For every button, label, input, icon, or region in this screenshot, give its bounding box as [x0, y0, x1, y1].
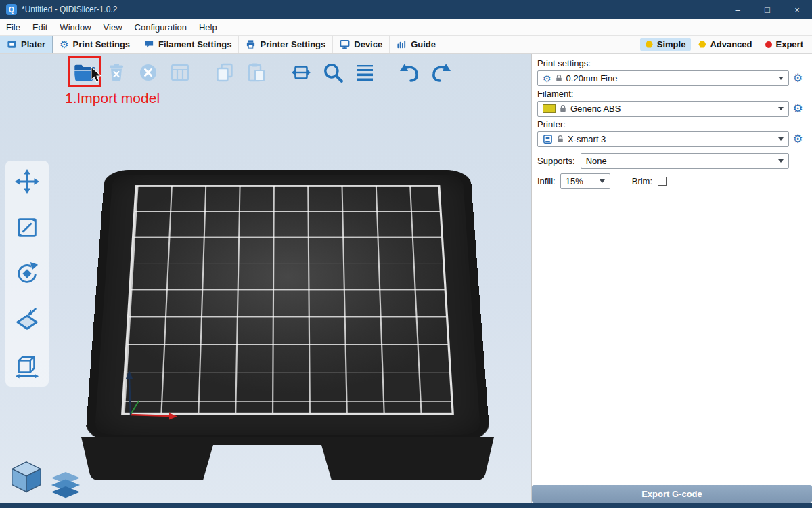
- supports-combo[interactable]: None: [581, 153, 789, 169]
- infill-label: Infill:: [537, 176, 556, 186]
- gear-icon: ⚙: [60, 39, 68, 49]
- app-logo-icon: Q: [6, 4, 17, 15]
- split-objects-button[interactable]: [287, 59, 315, 86]
- expert-mode-icon: [765, 41, 772, 48]
- menu-help[interactable]: Help: [193, 22, 223, 33]
- plater-viewport[interactable]: 1.Import model: [0, 54, 531, 503]
- move-icon: [14, 169, 40, 194]
- close-button[interactable]: ×: [782, 0, 812, 19]
- maximize-button[interactable]: □: [752, 0, 782, 19]
- brim-label: Brim:: [632, 176, 652, 186]
- split-objects-icon: [291, 62, 311, 83]
- menu-file[interactable]: File: [0, 22, 26, 33]
- tab-printer-settings[interactable]: Printer Settings: [239, 36, 333, 53]
- redo-icon: [430, 62, 453, 83]
- chevron-down-icon: [778, 137, 784, 141]
- printer-icon: [246, 39, 256, 49]
- redo-button[interactable]: [427, 59, 455, 86]
- print-settings-combo[interactable]: ⚙ 0.20mm Fine: [537, 70, 789, 86]
- variable-layer-height-button[interactable]: [351, 59, 379, 86]
- filament-color-swatch: [543, 104, 556, 113]
- cursor-icon: [89, 67, 104, 83]
- qidislicer-window: Q *Untitled - QIDISlicer-1.0.2 – □ × Fil…: [0, 0, 812, 508]
- menu-window[interactable]: Window: [53, 22, 97, 33]
- plater-icon: [7, 39, 17, 49]
- scale-button[interactable]: [14, 215, 41, 240]
- guide-icon: [397, 39, 407, 49]
- main-area: 1.Import model: [0, 54, 812, 503]
- export-gcode-button[interactable]: Export G-code: [532, 485, 812, 503]
- printer-combo[interactable]: X-smart 3: [537, 131, 789, 147]
- 3d-view-cube-icon: [8, 459, 45, 496]
- advanced-mode-icon: [698, 41, 706, 48]
- menu-configuration[interactable]: Configuration: [129, 22, 193, 33]
- mode-simple[interactable]: Simple: [640, 38, 692, 51]
- tab-print-settings[interactable]: ⚙ Print Settings: [53, 36, 137, 53]
- undo-icon: [398, 62, 421, 83]
- lock-icon: [560, 104, 566, 113]
- copy-icon: [215, 62, 235, 83]
- brim-checkbox[interactable]: [658, 177, 667, 186]
- printer-label: Printer:: [537, 119, 807, 129]
- undo-button[interactable]: [395, 59, 424, 86]
- infill-combo[interactable]: 15%: [560, 173, 610, 189]
- minimize-button[interactable]: –: [723, 0, 752, 19]
- copy-button[interactable]: [210, 59, 239, 86]
- delete-button[interactable]: [102, 59, 131, 86]
- menu-view[interactable]: View: [97, 22, 129, 33]
- print-settings-gear-button[interactable]: ⚙: [789, 71, 807, 85]
- lock-icon: [557, 135, 564, 144]
- menu-edit[interactable]: Edit: [26, 22, 53, 33]
- rotate-button[interactable]: [14, 261, 41, 287]
- filament-label: Filament:: [537, 89, 807, 99]
- tab-device[interactable]: Device: [333, 36, 390, 53]
- tab-guide[interactable]: Guide: [390, 36, 443, 53]
- print-settings-label: Print settings:: [537, 58, 807, 68]
- chevron-down-icon: [778, 107, 784, 110]
- chevron-down-icon: [778, 159, 784, 163]
- tab-filament-settings[interactable]: Filament Settings: [137, 36, 239, 53]
- filament-icon: [144, 39, 154, 49]
- 3d-editor-view-button[interactable]: [8, 459, 45, 499]
- rotate-icon: [14, 261, 40, 287]
- move-button[interactable]: [14, 169, 41, 194]
- printer-icon: [543, 134, 553, 144]
- search-button[interactable]: [319, 59, 347, 86]
- statusbar: [0, 503, 812, 508]
- delete-all-button[interactable]: [134, 59, 162, 86]
- paste-button[interactable]: [242, 59, 271, 86]
- tabbar: Plater ⚙ Print Settings Filament Setting…: [0, 36, 812, 54]
- paste-icon: [246, 62, 267, 83]
- mode-expert[interactable]: Expert: [760, 38, 809, 51]
- mode-advanced[interactable]: Advanced: [693, 38, 757, 51]
- layers-icon: [50, 471, 81, 500]
- arrange-grid-icon: [170, 62, 190, 83]
- window-controls: – □ ×: [723, 0, 812, 19]
- arrange-button[interactable]: [166, 59, 194, 86]
- viewport-toolbar: [70, 59, 459, 86]
- tab-plater[interactable]: Plater: [0, 36, 53, 53]
- menubar: File Edit Window View Configuration Help: [0, 19, 812, 36]
- printer-gear-button[interactable]: ⚙: [789, 132, 807, 146]
- layers-preview-button[interactable]: [50, 471, 81, 503]
- measure-button[interactable]: [14, 353, 41, 379]
- supports-label: Supports:: [537, 156, 575, 166]
- chevron-down-icon: [600, 179, 605, 183]
- titlebar: Q *Untitled - QIDISlicer-1.0.2 – □ ×: [0, 0, 812, 19]
- trash-icon: [106, 62, 127, 83]
- gizmo-toolbar: [5, 161, 49, 387]
- chevron-down-icon: [778, 77, 784, 80]
- bed-front-face: [80, 437, 495, 483]
- delete-all-icon: [138, 62, 158, 83]
- settings-sidebar: Print settings: ⚙ 0.20mm Fine ⚙ Filament…: [531, 54, 812, 503]
- filament-gear-button[interactable]: ⚙: [789, 102, 807, 116]
- device-monitor-icon: [340, 39, 350, 49]
- place-on-face-icon: [14, 307, 40, 333]
- simple-mode-icon: [646, 41, 653, 48]
- window-title: *Untitled - QIDISlicer-1.0.2: [22, 5, 117, 14]
- axes-indicator: [105, 362, 186, 423]
- measure-icon: [14, 353, 40, 379]
- filament-combo[interactable]: Generic ABS: [537, 101, 789, 117]
- place-on-face-button[interactable]: [14, 307, 41, 333]
- mode-switcher: Simple Advanced Expert: [640, 36, 812, 53]
